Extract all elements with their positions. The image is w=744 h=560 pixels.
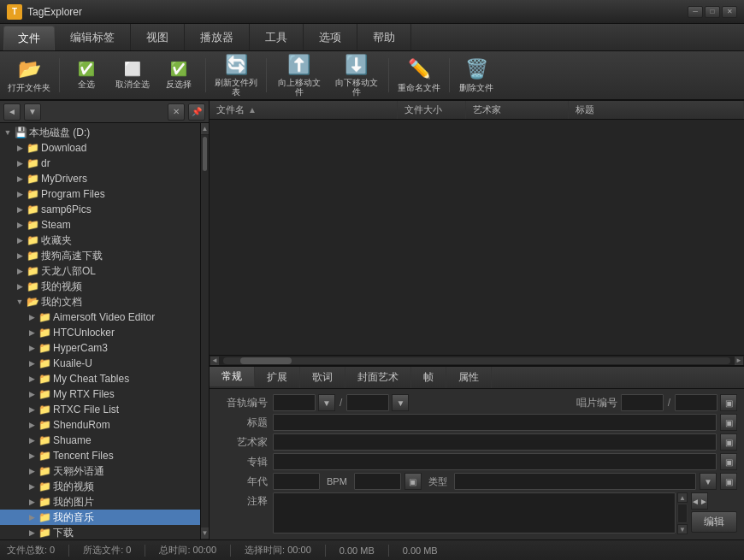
- tag-tab-cover[interactable]: 封面艺术: [345, 367, 411, 388]
- tree-dropdown-button[interactable]: ▼: [24, 103, 41, 121]
- col-header-artist[interactable]: 艺术家: [466, 101, 569, 119]
- disc-number-input[interactable]: [621, 394, 664, 411]
- tree-item-steam[interactable]: ▶ 📁 Steam: [0, 217, 200, 233]
- expander-programfiles[interactable]: ▶: [14, 188, 26, 200]
- expander-favorites[interactable]: ▶: [14, 234, 26, 246]
- tag-tab-frames[interactable]: 帧: [411, 367, 446, 388]
- scroll-up-btn[interactable]: ▲: [201, 123, 209, 135]
- deselect-all-button[interactable]: ⬜ 取消全选: [110, 54, 155, 97]
- expander-samp6pics[interactable]: ▶: [14, 203, 26, 215]
- refresh-list-button[interactable]: 🔄 刷新文件列表: [210, 54, 262, 97]
- type-input[interactable]: [454, 473, 696, 490]
- menu-tab-options[interactable]: 选项: [304, 24, 357, 50]
- tree-item-kuaileu[interactable]: ▶ 📁 Kuaile-U: [0, 356, 200, 371]
- comment-input[interactable]: [273, 492, 676, 533]
- type-dropdown[interactable]: ▼: [700, 473, 717, 490]
- tree-vertical-scrollbar[interactable]: ▲ ▼: [200, 123, 209, 539]
- expander-sougo[interactable]: ▶: [14, 250, 26, 262]
- expander-rtxcfilelist[interactable]: ▶: [26, 404, 38, 416]
- expander-download[interactable]: ▶: [14, 142, 26, 154]
- tree-item-dr[interactable]: ▶ 📁 dr: [0, 156, 200, 171]
- track-total-input[interactable]: [346, 394, 389, 411]
- invert-selection-button[interactable]: ✅ 反选择: [156, 54, 201, 97]
- file-tree[interactable]: ▼ 💾 本地磁盘 (D:) ▶ 📁 Download ▶ 📁 dr ▶: [0, 123, 200, 539]
- tree-item-samp6pics[interactable]: ▶ 📁 samp6Pics: [0, 202, 200, 217]
- album-input[interactable]: [273, 453, 717, 470]
- tree-pin-button[interactable]: 📌: [188, 103, 205, 121]
- disc-total-input[interactable]: [675, 394, 717, 411]
- menu-tab-file[interactable]: 文件: [3, 26, 55, 50]
- comment-scroll-down[interactable]: ▼: [677, 524, 688, 534]
- scroll-left-arrow[interactable]: ◄: [210, 356, 220, 366]
- title-input[interactable]: [273, 414, 717, 431]
- expander-aimersoft[interactable]: ▶: [26, 311, 38, 323]
- album-btn[interactable]: ▣: [720, 453, 737, 470]
- tree-item-tianlongbabu[interactable]: ▶ 📁 天龙八部OL: [0, 263, 200, 279]
- tag-tab-lyrics[interactable]: 歌词: [300, 367, 345, 388]
- tree-item-myvideos2[interactable]: ▶ 📁 我的视频: [0, 479, 200, 494]
- move-down-button[interactable]: ⬇️ 向下移动文件: [328, 54, 384, 97]
- expander-myrtxfiles[interactable]: ▶: [26, 388, 38, 400]
- expander-shendurom[interactable]: ▶: [26, 419, 38, 431]
- tree-item-shuame[interactable]: ▶ 📁 Shuame: [0, 433, 200, 448]
- tree-item-myvideos[interactable]: ▶ 📁 我的视频: [0, 279, 200, 294]
- tree-item-shendurom[interactable]: ▶ 📁 ShenduRom: [0, 417, 200, 433]
- bpm-input[interactable]: [354, 473, 401, 490]
- track-total-dropdown[interactable]: ▼: [392, 394, 409, 411]
- expander-myvideos[interactable]: ▶: [14, 280, 26, 292]
- artist-btn[interactable]: ▣: [720, 433, 737, 451]
- minimize-button[interactable]: ─: [688, 6, 703, 18]
- tree-item-tianwai[interactable]: ▶ 📁 天翱外语通: [0, 463, 200, 479]
- scroll-thumb[interactable]: [203, 137, 207, 171]
- tree-item-aimersoft[interactable]: ▶ 📁 Aimersoft Video Editor: [0, 309, 200, 325]
- close-button[interactable]: ✕: [722, 6, 737, 18]
- maximize-button[interactable]: □: [705, 6, 720, 18]
- tree-item-root[interactable]: ▼ 💾 本地磁盘 (D:): [0, 125, 200, 140]
- tree-item-rtxcfilelist[interactable]: ▶ 📁 RTXC File List: [0, 402, 200, 417]
- tree-item-myrtxfiles[interactable]: ▶ 📁 My RTX Files: [0, 386, 200, 402]
- tree-item-hypercam[interactable]: ▶ 📁 HyperCam3: [0, 340, 200, 356]
- scroll-right-arrow[interactable]: ►: [734, 356, 744, 366]
- bpm-check[interactable]: ▣: [404, 473, 422, 490]
- expander-mycheattables[interactable]: ▶: [26, 373, 38, 385]
- tree-item-mycheattables[interactable]: ▶ 📁 My Cheat Tables: [0, 371, 200, 386]
- title-btn[interactable]: ▣: [720, 414, 737, 431]
- tree-item-programfiles[interactable]: ▶ 📁 Program Files: [0, 186, 200, 202]
- tree-item-mydocs[interactable]: ▼ 📂 我的文档: [0, 294, 200, 309]
- tree-item-download[interactable]: ▶ 📁 Download: [0, 140, 200, 156]
- tree-item-mydrivers[interactable]: ▶ 📁 MyDrivers: [0, 171, 200, 186]
- track-number-input[interactable]: [273, 394, 316, 411]
- open-folder-button[interactable]: 📂 打开文件夹: [3, 54, 55, 97]
- expander-steam[interactable]: ▶: [14, 219, 26, 231]
- menu-tab-player[interactable]: 播放器: [185, 24, 250, 50]
- comment-scrollbar[interactable]: ▲ ▼: [677, 492, 688, 534]
- file-list[interactable]: [210, 120, 744, 355]
- menu-tab-edit-tags[interactable]: 编辑标签: [55, 24, 131, 50]
- expander-dr[interactable]: ▶: [14, 157, 26, 169]
- expander-shuame[interactable]: ▶: [26, 434, 38, 446]
- type-check[interactable]: ▣: [720, 473, 737, 490]
- tree-item-htcunlocker[interactable]: ▶ 📁 HTCUnlocker: [0, 325, 200, 340]
- scroll-down-btn[interactable]: ▼: [201, 528, 209, 539]
- expander-tencentfiles[interactable]: ▶: [26, 450, 38, 462]
- tree-close-button[interactable]: ✕: [168, 103, 185, 121]
- menu-tab-view[interactable]: 视图: [131, 24, 185, 50]
- file-list-scrollbar[interactable]: ◄ ►: [210, 355, 744, 365]
- disc-check[interactable]: ▣: [720, 394, 737, 411]
- expander-myvideos2[interactable]: ▶: [26, 480, 38, 492]
- col-header-size[interactable]: 文件大小: [398, 101, 466, 119]
- expander-hypercam[interactable]: ▶: [26, 342, 38, 354]
- menu-tab-tools[interactable]: 工具: [250, 24, 304, 50]
- expander-mypics[interactable]: ▶: [26, 496, 38, 508]
- expander-htcunlocker[interactable]: ▶: [26, 327, 38, 339]
- expander-tianlongbabu[interactable]: ▶: [14, 265, 26, 277]
- tree-item-downloads2[interactable]: ▶ 📁 下载: [0, 525, 200, 539]
- col-header-title[interactable]: 标题: [569, 101, 744, 119]
- artist-input[interactable]: [273, 433, 717, 451]
- scroll-track-horizontal[interactable]: [223, 357, 730, 364]
- year-input[interactable]: [273, 473, 320, 490]
- comment-scroll-up[interactable]: ▲: [677, 492, 688, 503]
- scroll-thumb-horizontal[interactable]: [240, 357, 292, 364]
- expander-mydrivers[interactable]: ▶: [14, 173, 26, 185]
- tree-item-tencentfiles[interactable]: ▶ 📁 Tencent Files: [0, 448, 200, 463]
